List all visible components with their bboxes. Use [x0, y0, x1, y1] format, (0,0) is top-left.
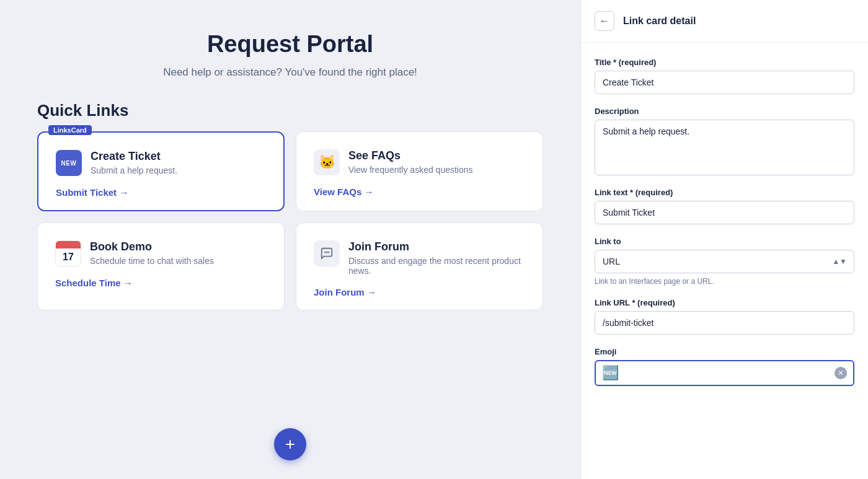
card-header: 17 Book Demo Schedule time to chat with …: [55, 240, 267, 266]
link-url-input[interactable]: [595, 311, 854, 335]
left-panel: Request Portal Need help or assistance? …: [0, 0, 580, 479]
link-url-field-group: Link URL * (required): [595, 298, 854, 335]
card-text-group: See FAQs View frequently asked questions: [348, 149, 473, 175]
svg-point-1: [327, 252, 327, 253]
add-button[interactable]: +: [274, 428, 306, 460]
description-field-group: Description Submit a help request.: [595, 107, 854, 175]
emoji-label: Emoji: [595, 347, 854, 356]
emoji-display: 🆕: [602, 366, 619, 380]
description-textarea[interactable]: Submit a help request.: [595, 120, 854, 175]
link-text-field-group: Link text * (required): [595, 188, 854, 224]
link-to-select-wrapper: URL Interfaces page ▲▼: [595, 250, 854, 273]
card-create-ticket[interactable]: LinksCard NEW Create Ticket Submit a hel…: [37, 131, 285, 211]
card-link-join-forum[interactable]: Join Forum →: [314, 287, 525, 297]
svg-point-0: [325, 252, 326, 253]
title-label: Title * (required): [595, 58, 854, 67]
link-url-label: Link URL * (required): [595, 298, 854, 307]
cat-emoji-icon: 🐱: [314, 149, 340, 175]
card-text-group: Join Forum Discuss and engage the most r…: [348, 240, 525, 276]
quick-links-heading: Quick Links: [37, 101, 543, 120]
calendar-icon: 17: [55, 240, 81, 266]
card-header: NEW Create Ticket Submit a help request.: [56, 150, 266, 176]
card-link-view-faqs[interactable]: View FAQs →: [314, 187, 525, 197]
chat-icon: [314, 240, 340, 266]
card-header: 🐱 See FAQs View frequently asked questio…: [314, 149, 525, 175]
svg-point-2: [328, 252, 329, 253]
panel-title: Link card detail: [623, 15, 696, 27]
link-to-label: Link to: [595, 237, 854, 246]
card-join-forum[interactable]: Join Forum Discuss and engage the most r…: [296, 222, 543, 310]
card-header: Join Forum Discuss and engage the most r…: [314, 240, 525, 276]
title-input[interactable]: [595, 71, 854, 94]
card-desc: View frequently asked questions: [348, 165, 473, 175]
cards-grid: LinksCard NEW Create Ticket Submit a hel…: [37, 131, 543, 310]
card-text-group: Create Ticket Submit a help request.: [91, 150, 177, 175]
panel-header: ← Link card detail: [581, 0, 868, 43]
card-title: Join Forum: [348, 240, 525, 253]
panel-body: Title * (required) Description Submit a …: [581, 43, 868, 401]
card-title: Book Demo: [90, 240, 214, 253]
back-button[interactable]: ←: [595, 11, 614, 31]
card-desc: Submit a help request.: [91, 165, 177, 175]
card-title: Create Ticket: [91, 150, 177, 163]
card-desc: Schedule time to chat with sales: [90, 256, 214, 266]
card-link-submit-ticket[interactable]: Submit Ticket →: [56, 187, 266, 198]
portal-subtitle: Need help or assistance? You've found th…: [37, 66, 543, 79]
description-label: Description: [595, 107, 854, 116]
link-to-hint: Link to an Interfaces page or a URL.: [595, 277, 854, 286]
card-link-schedule-time[interactable]: Schedule Time →: [55, 278, 267, 288]
link-to-select[interactable]: URL Interfaces page: [595, 250, 854, 273]
link-to-field-group: Link to URL Interfaces page ▲▼ Link to a…: [595, 237, 854, 286]
card-text-group: Book Demo Schedule time to chat with sal…: [90, 240, 214, 266]
card-book-demo[interactable]: 17 Book Demo Schedule time to chat with …: [37, 222, 285, 310]
link-text-label: Link text * (required): [595, 188, 854, 197]
portal-title: Request Portal: [37, 31, 543, 58]
emoji-field-group: Emoji 🆕 ✕: [595, 347, 854, 386]
links-card-badge: LinksCard: [48, 125, 92, 135]
link-text-input[interactable]: [595, 201, 854, 224]
title-field-group: Title * (required): [595, 58, 854, 94]
emoji-input-wrapper[interactable]: 🆕 ✕: [595, 360, 854, 386]
card-title: See FAQs: [348, 149, 473, 162]
right-panel: ← Link card detail Title * (required) De…: [580, 0, 868, 479]
new-badge-icon: NEW: [56, 150, 82, 176]
card-see-faqs[interactable]: 🐱 See FAQs View frequently asked questio…: [296, 131, 543, 211]
emoji-clear-button[interactable]: ✕: [835, 367, 847, 379]
card-desc: Discuss and engage the most recent produ…: [348, 256, 525, 276]
